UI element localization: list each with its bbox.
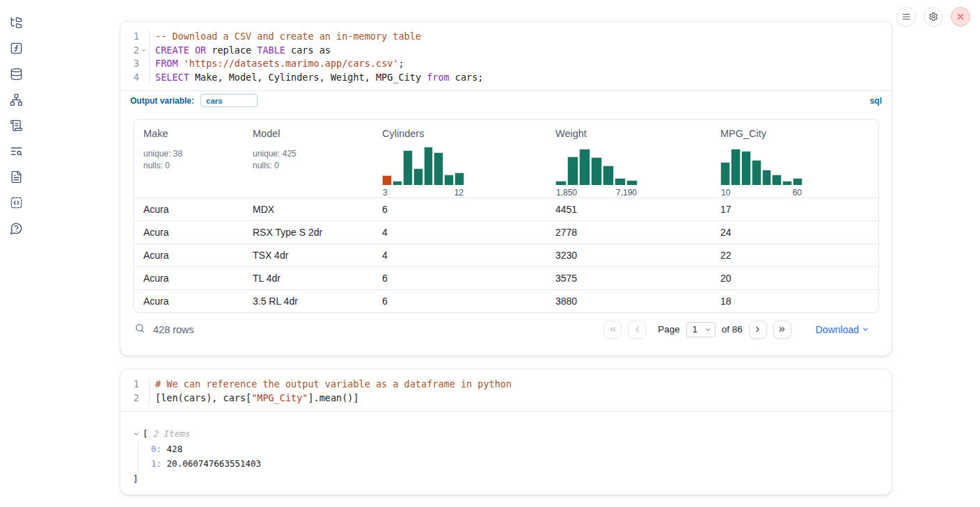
column-header-label[interactable]: Model <box>253 128 280 139</box>
column-histogram: 312 <box>382 147 464 198</box>
table-cell: 3.5 RL 4dr <box>243 296 372 307</box>
prev-page-button[interactable] <box>628 321 646 339</box>
tree-collapse-chevron-icon[interactable] <box>133 430 140 437</box>
column-header: Cylinders312 <box>372 120 546 198</box>
line-number: 1 <box>121 30 139 44</box>
menu-icon <box>901 12 911 22</box>
line-number: 2 <box>121 392 139 405</box>
column-header: Makeunique: 38nulls: 0 <box>134 120 243 198</box>
first-page-button[interactable] <box>603 321 622 339</box>
page-select[interactable]: 1 <box>686 322 716 337</box>
code-line: 2CREATE OR replace TABLE cars as <box>120 44 892 58</box>
sql-code-editor[interactable]: 1-- Download a CSV and create an in-memo… <box>120 22 892 90</box>
table-cell: Acura <box>134 296 243 307</box>
chevron-right-icon <box>753 325 762 334</box>
table-cell: 6 <box>372 296 546 307</box>
chevron-down-icon <box>862 325 869 333</box>
chevrons-right-icon <box>777 325 787 334</box>
search-icon[interactable] <box>134 323 145 337</box>
histogram-axis-labels: 1,8507,190 <box>555 188 638 198</box>
column-stats: unique: 425nulls: 0 <box>253 148 372 172</box>
table-cell: 4 <box>372 250 546 261</box>
histogram-bar <box>731 149 741 186</box>
table-cell: TL 4dr <box>243 273 372 284</box>
function-square-icon[interactable] <box>9 41 23 55</box>
tree-entry-value: 428 <box>167 444 183 454</box>
table-header-row: Makeunique: 38nulls: 0Modelunique: 425nu… <box>134 120 878 198</box>
code-line: 1-- Download a CSV and create an in-memo… <box>120 30 892 44</box>
tree-entry: 0: 428 <box>151 442 879 457</box>
sql-output-zone: Makeunique: 38nulls: 0Modelunique: 425nu… <box>120 110 892 346</box>
histogram-bar <box>793 178 803 185</box>
tree-entry-key: 1: <box>151 458 161 469</box>
histogram-bar <box>591 157 602 186</box>
code-line: 2[len(cars), cars["MPG_City"].mean()] <box>120 392 892 405</box>
histogram-axis-labels: 1060 <box>720 188 803 198</box>
shutdown-button[interactable] <box>951 7 970 26</box>
tree-entry: 1: 20.060747663551403 <box>151 456 879 472</box>
table-row: Acura3.5 RL 4dr6388018 <box>134 289 878 312</box>
table-cell: 3230 <box>546 250 711 261</box>
column-header-label[interactable]: Make <box>143 128 168 139</box>
histogram-bar <box>741 151 751 186</box>
code-line: 3FROM 'https://datasets.marimo.app/cars.… <box>120 57 892 71</box>
output-variable-input[interactable] <box>200 94 258 107</box>
close-x-icon <box>956 12 965 22</box>
page-total-label: of 86 <box>722 324 743 335</box>
table-cell: 24 <box>711 227 878 238</box>
line-number: 3 <box>121 57 139 71</box>
settings-button[interactable] <box>924 7 943 26</box>
table-footer: 428 rows Page 1 of 86 <box>133 313 879 346</box>
last-page-button[interactable] <box>773 321 791 339</box>
table-row: AcuraRSX Type S 2dr4277824 <box>134 220 878 243</box>
tree-entries: 0: 428 1: 20.060747663551403 <box>138 442 879 472</box>
table-cell: 18 <box>711 296 878 307</box>
table-cell: 6 <box>372 204 546 215</box>
histogram-bar <box>579 149 590 186</box>
database-icon[interactable] <box>9 67 23 81</box>
python-cell: 1# We can reference the output variable … <box>120 369 892 495</box>
histogram-bar <box>603 166 614 186</box>
output-variable-label: Output variable: <box>130 96 194 106</box>
chevron-down-icon <box>704 326 711 333</box>
column-header-label[interactable]: Cylinders <box>382 128 424 139</box>
python-output-tree: [ 2 Items 0: 428 1: 20.060747663551403 ] <box>120 411 892 486</box>
table-cell: RSX Type S 2dr <box>243 227 372 238</box>
help-icon[interactable] <box>9 221 23 235</box>
column-header-label[interactable]: Weight <box>555 128 587 139</box>
table-cell: Acura <box>134 250 243 261</box>
download-button[interactable]: Download <box>816 324 869 335</box>
table-cell: 2778 <box>546 227 711 238</box>
table-row: AcuraTL 4dr6357520 <box>134 266 878 289</box>
histogram-axis-labels: 312 <box>382 188 464 198</box>
column-header-label[interactable]: MPG_City <box>720 128 766 139</box>
tree-entry-key: 0: <box>151 444 161 454</box>
histogram-bar <box>424 147 434 185</box>
file-explorer-icon[interactable] <box>9 15 23 29</box>
histogram-bar <box>752 160 761 185</box>
histogram-bar <box>455 172 464 186</box>
next-page-button[interactable] <box>749 321 767 339</box>
histogram-bar <box>413 168 423 185</box>
table-cell: 22 <box>711 250 878 261</box>
snippets-icon[interactable] <box>9 195 23 209</box>
scratchpad-scroll-icon[interactable] <box>9 118 23 132</box>
python-code-editor[interactable]: 1# We can reference the output variable … <box>120 369 892 411</box>
table-cell: 3880 <box>546 296 711 307</box>
histogram-bar <box>762 170 772 185</box>
tree-entry-value: 20.060747663551403 <box>167 458 261 469</box>
documentation-icon[interactable] <box>9 170 23 184</box>
dependency-graph-icon[interactable] <box>9 92 23 106</box>
fold-chevron-icon[interactable] <box>139 47 148 54</box>
logs-search-icon[interactable] <box>9 144 23 158</box>
page-label: Page <box>658 324 680 335</box>
column-histogram: 1,8507,190 <box>555 147 638 198</box>
tree-items-count: 2 Items <box>154 426 191 442</box>
histogram-bar <box>555 181 567 186</box>
table-cell: MDX <box>243 204 372 215</box>
table-row: AcuraMDX6445117 <box>134 198 878 220</box>
menu-button[interactable] <box>896 7 916 26</box>
table-cell: 17 <box>711 204 878 215</box>
code-line: 4SELECT Make, Model, Cylinders, Weight, … <box>120 71 892 85</box>
table-cell: 3575 <box>546 273 711 284</box>
